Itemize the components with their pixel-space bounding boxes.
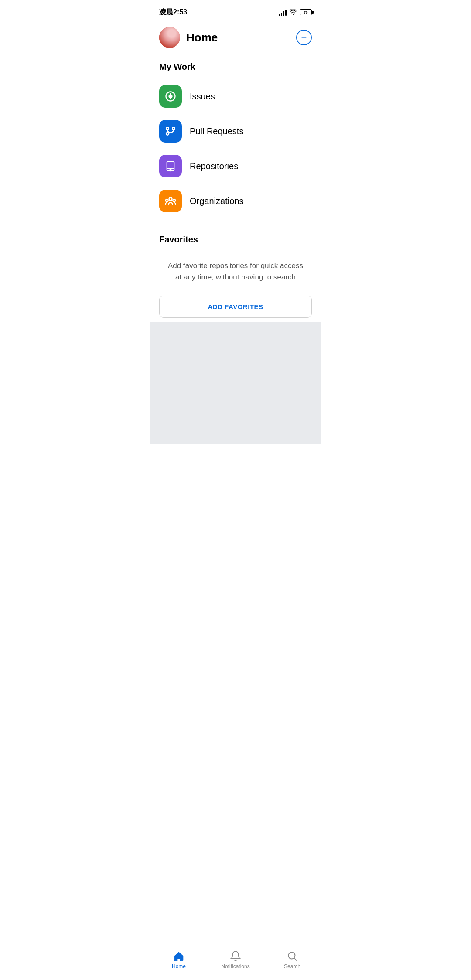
svg-point-13 <box>173 199 175 202</box>
gray-area <box>150 322 321 444</box>
organizations-item[interactable]: Organizations <box>150 184 321 218</box>
organizations-icon-bg <box>159 190 182 212</box>
my-work-section: My Work Issues <box>150 53 321 218</box>
svg-point-12 <box>166 199 168 202</box>
organizations-icon <box>164 195 177 207</box>
svg-point-11 <box>169 197 172 201</box>
page-title: Home <box>186 31 218 44</box>
wifi-icon <box>289 9 297 15</box>
issues-icon <box>164 90 177 102</box>
add-button[interactable]: + <box>296 30 312 45</box>
plus-icon: + <box>301 33 307 42</box>
add-favorites-button[interactable]: ADD FAVORITES <box>159 296 312 318</box>
pull-request-icon <box>164 125 177 137</box>
issues-label: Issues <box>190 92 215 102</box>
organizations-label: Organizations <box>190 196 243 206</box>
pull-requests-label: Pull Requests <box>190 126 243 136</box>
svg-point-1 <box>169 95 172 98</box>
status-icons: 70 <box>279 9 312 16</box>
section-divider <box>150 222 321 222</box>
avatar[interactable] <box>159 27 180 48</box>
repository-icon <box>164 160 177 172</box>
pull-requests-icon-bg <box>159 120 182 143</box>
repositories-icon-bg <box>159 155 182 177</box>
issues-item[interactable]: Issues <box>150 79 321 114</box>
repositories-item[interactable]: Repositories <box>150 149 321 184</box>
signal-icon <box>279 9 287 16</box>
favorites-description: Add favorite repositories for quick acce… <box>150 252 321 291</box>
issues-icon-bg <box>159 85 182 108</box>
repositories-label: Repositories <box>190 161 238 171</box>
pull-requests-item[interactable]: Pull Requests <box>150 114 321 149</box>
svg-point-10 <box>170 170 171 171</box>
my-work-title: My Work <box>150 53 321 79</box>
favorites-title: Favorites <box>150 226 321 252</box>
header-left: Home <box>159 27 218 48</box>
favorites-section: Favorites Add favorite repositories for … <box>150 226 321 322</box>
status-time: 凌晨2:53 <box>159 8 187 17</box>
status-bar: 凌晨2:53 70 <box>150 0 321 22</box>
battery-icon: 70 <box>300 9 312 15</box>
page-header: Home + <box>150 22 321 53</box>
svg-point-4 <box>166 127 169 130</box>
